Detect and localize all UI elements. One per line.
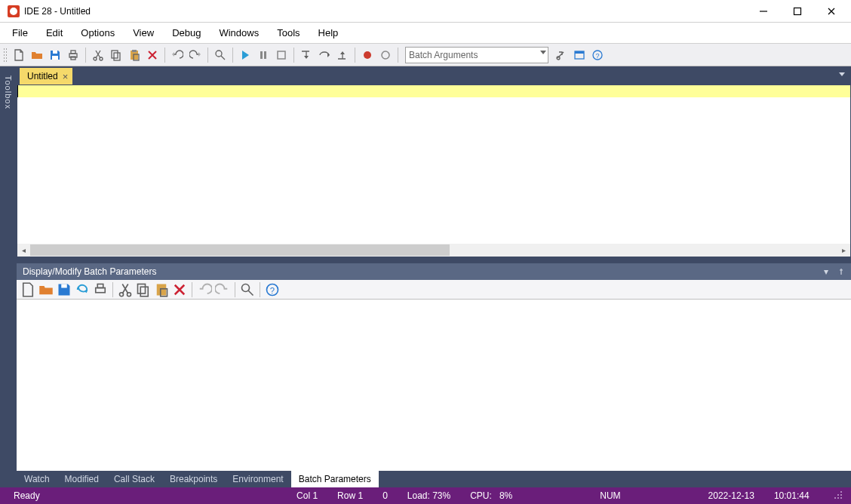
panel-body[interactable] — [17, 300, 851, 471]
tab-watch[interactable]: Watch — [17, 471, 57, 487]
menu-options[interactable]: Options — [72, 24, 124, 41]
panel-copy-button[interactable] — [135, 281, 152, 298]
maximize-button[interactable] — [780, 1, 814, 22]
paste-button[interactable] — [126, 47, 143, 63]
panel-search-button[interactable] — [239, 281, 256, 298]
menu-view[interactable]: View — [124, 24, 163, 41]
tab-modified[interactable]: Modified — [57, 471, 106, 487]
status-row: Row 1 — [331, 490, 369, 501]
step-into-button[interactable] — [298, 47, 315, 63]
editor[interactable]: ◂ ▸ — [17, 85, 851, 257]
svg-point-22 — [557, 57, 560, 60]
close-button[interactable] — [814, 1, 848, 22]
current-line-highlight — [17, 85, 850, 97]
status-resize-grip[interactable] — [823, 479, 843, 505]
panel-toolbar: ? — [17, 280, 851, 300]
record-off-button[interactable] — [377, 47, 394, 63]
tab-breakpoints[interactable]: Breakpoints — [162, 471, 225, 487]
record-button[interactable] — [359, 47, 376, 63]
editor-area[interactable] — [17, 97, 850, 244]
menu-help[interactable]: Help — [309, 24, 348, 41]
svg-rect-34 — [157, 284, 167, 295]
workspace: Toolbox Untitled × ◂ ▸ Display/Modify Ba… — [0, 66, 851, 487]
scroll-thumb[interactable] — [30, 244, 450, 256]
tab-batch-parameters[interactable]: Batch Parameters — [291, 471, 379, 487]
help-button[interactable]: ? — [589, 47, 606, 63]
menu-debug[interactable]: Debug — [163, 24, 210, 41]
cut-button[interactable] — [90, 47, 106, 63]
window-layout-button[interactable] — [571, 47, 588, 63]
status-zero: 0 — [376, 490, 394, 501]
stop-button[interactable] — [273, 47, 290, 63]
menu-tools[interactable]: Tools — [268, 24, 309, 41]
status-num: NUM — [594, 490, 626, 501]
batch-arguments-combo[interactable]: Batch Arguments — [405, 47, 548, 63]
panel-cut-button[interactable] — [117, 281, 134, 298]
horizontal-scrollbar[interactable]: ◂ ▸ — [17, 244, 850, 257]
menu-file[interactable]: File — [3, 24, 37, 41]
panel-help-button[interactable]: ? — [264, 281, 281, 298]
status-date: 2022-12-13 — [702, 490, 760, 501]
svg-rect-29 — [97, 284, 103, 287]
tab-environment[interactable]: Environment — [225, 471, 290, 487]
tab-call-stack[interactable]: Call Stack — [106, 471, 162, 487]
svg-rect-27 — [61, 284, 67, 287]
pause-button[interactable] — [255, 47, 272, 63]
svg-point-30 — [120, 292, 124, 296]
pin-icon[interactable] — [836, 266, 846, 277]
search-button[interactable] — [212, 47, 229, 63]
panel-delete-button[interactable] — [171, 281, 188, 298]
close-icon[interactable]: × — [63, 71, 69, 82]
save-button[interactable] — [47, 47, 63, 63]
svg-rect-24 — [575, 51, 584, 54]
svg-rect-32 — [138, 284, 146, 293]
panel-title: Display/Modify Batch Parameters — [23, 266, 156, 277]
minimize-button[interactable] — [746, 1, 780, 22]
scroll-right-button[interactable]: ▸ — [837, 244, 850, 257]
step-over-button[interactable] — [316, 47, 333, 63]
run-button[interactable] — [237, 47, 253, 63]
svg-rect-17 — [260, 51, 263, 59]
svg-rect-12 — [114, 53, 120, 60]
svg-rect-11 — [112, 51, 118, 58]
print-button[interactable] — [65, 47, 81, 63]
app-icon — [8, 5, 20, 17]
panel-open-button[interactable] — [38, 281, 54, 298]
open-file-button[interactable] — [29, 47, 45, 63]
panel-paste-button[interactable] — [153, 281, 170, 298]
menu-windows[interactable]: Windows — [210, 24, 268, 41]
panel-save-button[interactable] — [56, 281, 72, 298]
svg-point-36 — [242, 284, 250, 291]
svg-point-9 — [94, 57, 97, 60]
toolbox-tab[interactable]: Toolbox — [4, 75, 13, 109]
panel-print-button[interactable] — [92, 281, 109, 298]
copy-button[interactable] — [108, 47, 124, 63]
svg-rect-5 — [52, 56, 58, 60]
panel-undo-button[interactable] — [196, 281, 213, 298]
svg-rect-4 — [53, 51, 57, 54]
undo-button[interactable] — [169, 47, 186, 63]
svg-rect-18 — [264, 51, 266, 59]
svg-point-10 — [100, 57, 103, 60]
document-tab[interactable]: Untitled × — [20, 68, 72, 85]
chevron-down-icon — [540, 51, 546, 54]
svg-text:?: ? — [595, 52, 599, 60]
tab-overflow-button[interactable] — [839, 72, 845, 76]
svg-point-39 — [840, 491, 842, 493]
panel-dropdown-button[interactable]: ▾ — [821, 266, 831, 277]
step-out-button[interactable] — [334, 47, 351, 63]
new-file-button[interactable] — [11, 47, 27, 63]
menu-edit[interactable]: Edit — [37, 24, 72, 41]
scroll-track[interactable] — [450, 244, 837, 256]
scroll-left-button[interactable]: ◂ — [17, 244, 30, 257]
delete-button[interactable] — [144, 47, 161, 63]
toolbar-grip[interactable] — [3, 48, 8, 63]
document-tab-strip: Untitled × — [17, 66, 851, 85]
panel-refresh-button[interactable] — [74, 281, 91, 298]
svg-rect-8 — [71, 57, 75, 60]
settings-button[interactable] — [553, 47, 570, 63]
panel-new-button[interactable] — [20, 281, 36, 298]
panel-redo-button[interactable] — [214, 281, 231, 298]
svg-point-43 — [837, 497, 839, 499]
redo-button[interactable] — [187, 47, 204, 63]
